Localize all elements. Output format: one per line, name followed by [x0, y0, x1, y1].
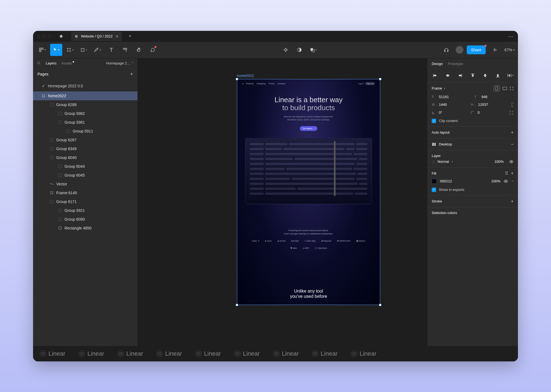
- constrain-icon[interactable]: [510, 102, 514, 107]
- resize-handle[interactable]: [236, 78, 238, 80]
- boolean-tool[interactable]: ▾: [307, 44, 319, 56]
- clip-checkbox[interactable]: ✓: [432, 119, 436, 123]
- resize-fit-icon[interactable]: [510, 86, 514, 90]
- layer-item[interactable]: home2022: [33, 91, 137, 100]
- notification-dot: [155, 46, 156, 48]
- canvas[interactable]: home2022 ● FeaturesChangelogPricingCompa…: [138, 58, 427, 346]
- svg-rect-10: [126, 48, 127, 50]
- audio-icon[interactable]: [440, 44, 452, 56]
- h-value[interactable]: 12037: [478, 102, 488, 107]
- share-button[interactable]: Share: [467, 45, 486, 54]
- w-value[interactable]: 1440: [439, 102, 447, 107]
- layer-item[interactable]: Frame 6145: [33, 188, 137, 197]
- x-value[interactable]: 51181: [439, 95, 449, 99]
- layer-item[interactable]: Group 5921: [33, 206, 137, 215]
- svg-rect-36: [59, 209, 62, 212]
- fill-swatch[interactable]: [432, 179, 437, 184]
- group-icon: [50, 147, 54, 151]
- layer-item[interactable]: Group 6349: [33, 144, 137, 153]
- breakpoint-label[interactable]: Desktop: [439, 142, 452, 146]
- search-icon[interactable]: [37, 61, 41, 65]
- assets-tab[interactable]: Assets: [61, 61, 74, 65]
- layer-item[interactable]: Group 5982: [33, 109, 137, 118]
- layer-item[interactable]: Rectangle 4850: [33, 224, 137, 233]
- section-2: Unlike any toolyou've used before: [237, 288, 380, 299]
- comment-tool[interactable]: [147, 44, 159, 56]
- logo: □ Cash App: [304, 239, 316, 243]
- layers-tab[interactable]: Layers: [46, 61, 56, 65]
- file-tab[interactable]: Website / Q3 / 2022 ✕: [71, 32, 122, 41]
- rotation-value[interactable]: 0°: [439, 110, 442, 115]
- pen-tool[interactable]: ▾: [91, 44, 104, 56]
- styles-icon[interactable]: ⠿: [505, 171, 508, 176]
- align-left-icon[interactable]: [430, 71, 440, 80]
- portrait-icon[interactable]: [494, 85, 500, 91]
- fill-opacity[interactable]: 100%: [491, 179, 500, 183]
- home-icon[interactable]: [56, 32, 67, 41]
- layer-opacity[interactable]: 100%: [495, 159, 504, 164]
- text-tool[interactable]: T: [105, 44, 117, 56]
- align-top-icon[interactable]: [468, 71, 478, 80]
- add-stroke-button[interactable]: +: [511, 199, 514, 204]
- y-value[interactable]: 946: [482, 95, 488, 99]
- layer-item[interactable]: Group 6287: [33, 136, 137, 144]
- align-hcenter-icon[interactable]: [443, 71, 453, 80]
- shape-tool[interactable]: ▾: [78, 44, 90, 56]
- close-icon[interactable]: ✕: [115, 34, 119, 39]
- logo: ▲Vercel: [277, 239, 285, 243]
- left-panel: Layers Assets Homepage 2…⌃ Pages + ✓ Hom…: [33, 58, 138, 346]
- layer-item[interactable]: Group 6040: [33, 153, 137, 162]
- blend-mode[interactable]: Normal: [437, 159, 449, 164]
- selected-frame[interactable]: ● FeaturesChangelogPricingCompany Log in…: [237, 79, 380, 305]
- move-tool[interactable]: ▾: [50, 44, 62, 56]
- independent-corners-icon[interactable]: [509, 110, 514, 115]
- resources-tool[interactable]: [119, 44, 131, 56]
- hand-tool[interactable]: [133, 44, 145, 56]
- mask-tool[interactable]: [293, 44, 306, 56]
- visibility-icon[interactable]: [504, 179, 508, 183]
- page-breadcrumb[interactable]: Homepage 2…⌃: [106, 61, 134, 65]
- add-page-button[interactable]: +: [130, 71, 133, 77]
- align-vcenter-icon[interactable]: [480, 71, 490, 80]
- zoom-control[interactable]: 67%▾: [504, 48, 515, 52]
- align-bottom-icon[interactable]: [493, 71, 503, 80]
- add-fill-button[interactable]: +: [511, 171, 514, 176]
- layer-item[interactable]: Group 6090: [33, 215, 137, 224]
- radius-value[interactable]: 0: [478, 110, 480, 115]
- fill-hex[interactable]: 000212: [440, 179, 452, 183]
- avatar[interactable]: [456, 46, 463, 54]
- svg-rect-56: [432, 143, 433, 146]
- component-tool[interactable]: [280, 44, 292, 56]
- layer-item[interactable]: Vector: [33, 180, 137, 188]
- show-exports-checkbox[interactable]: ✓: [432, 188, 436, 192]
- new-tab-button[interactable]: +: [129, 33, 132, 39]
- layer-item[interactable]: Group 5911: [33, 127, 137, 136]
- prototype-tab[interactable]: Prototype: [448, 62, 463, 66]
- layer-item[interactable]: Group 6044: [33, 162, 137, 171]
- layer-item[interactable]: Group 6171: [33, 197, 137, 206]
- layer-item[interactable]: Group 6045: [33, 171, 137, 180]
- layer-item[interactable]: Group 5981: [33, 118, 137, 127]
- scrollbar[interactable]: [334, 141, 336, 196]
- align-right-icon[interactable]: [455, 71, 465, 80]
- remove-breakpoint-button[interactable]: −: [511, 142, 514, 147]
- svg-rect-23: [59, 112, 62, 115]
- design-tab[interactable]: Design: [432, 62, 443, 66]
- resize-handle[interactable]: [379, 304, 381, 306]
- main-menu-button[interactable]: ▾: [36, 44, 48, 56]
- frame-label[interactable]: home2022: [237, 74, 254, 78]
- distribute-icon[interactable]: ▾: [505, 71, 515, 80]
- remove-fill-button[interactable]: −: [511, 179, 514, 183]
- more-icon[interactable]: ⋯: [508, 33, 514, 40]
- visibility-icon[interactable]: [509, 159, 514, 164]
- window-controls[interactable]: [37, 35, 51, 38]
- frame-tool[interactable]: ▾: [64, 44, 76, 56]
- resize-handle[interactable]: [379, 78, 381, 80]
- brand-watermark: Linear: [33, 350, 72, 357]
- landscape-icon[interactable]: [503, 87, 507, 90]
- layer-item[interactable]: Group 6288: [33, 100, 137, 109]
- page-item[interactable]: ✓ Homepage 2022 0.5: [33, 80, 137, 91]
- present-button[interactable]: [489, 44, 501, 56]
- resize-handle[interactable]: [236, 304, 238, 306]
- add-autolayout-button[interactable]: +: [511, 130, 514, 135]
